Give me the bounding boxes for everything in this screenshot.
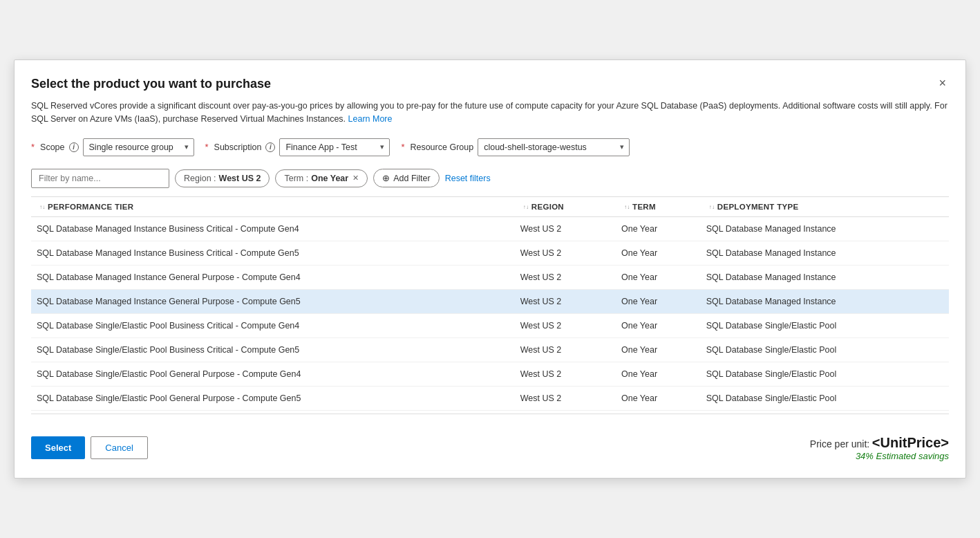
cell-region-3: West US 2	[515, 289, 616, 313]
sort-icon-performance-tier: ↑↓	[39, 205, 46, 210]
cell-region-4: West US 2	[515, 313, 616, 337]
cell-deployment_type-7: SQL Database Single/Elastic Pool	[701, 386, 949, 410]
footer-row: Select Cancel Price per unit: <UnitPrice…	[31, 427, 949, 461]
close-button[interactable]: ×	[936, 77, 949, 89]
table-row[interactable]: SQL Database Single/Elastic Pool Busines…	[31, 313, 949, 337]
cell-region-2: West US 2	[515, 265, 616, 289]
term-filter-value: One Year	[311, 174, 348, 183]
cell-term-5: One Year	[616, 337, 701, 362]
modal-title: Select the product you want to purchase	[31, 77, 271, 91]
footer-buttons: Select Cancel	[31, 436, 148, 459]
column-header-performance-tier[interactable]: ↑↓ PERFORMANCE TIER	[31, 196, 515, 216]
table-row[interactable]: SQL Database Single/Elastic Pool General…	[31, 362, 949, 386]
subscription-dropdown-wrapper[interactable]: Finance App - Test	[279, 138, 390, 156]
cell-region-7: West US 2	[515, 386, 616, 410]
cell-term-0: One Year	[616, 216, 701, 241]
cell-deployment_type-5: SQL Database Single/Elastic Pool	[701, 337, 949, 362]
cell-term-3: One Year	[616, 289, 701, 313]
subscription-info-icon[interactable]: i	[265, 142, 275, 152]
cell-deployment_type-0: SQL Database Managed Instance	[701, 216, 949, 241]
filter-row: Region : West US 2 Term : One Year ✕ ⊕ A…	[31, 169, 949, 188]
cell-performance_tier-3: SQL Database Managed Instance General Pu…	[31, 289, 515, 313]
region-filter-chip[interactable]: Region : West US 2	[175, 169, 270, 187]
term-filter-close-icon[interactable]: ✕	[352, 174, 359, 183]
resource-group-dropdown[interactable]: cloud-shell-storage-westus	[478, 138, 630, 156]
price-info: Price per unit: <UnitPrice> 34% Estimate…	[810, 435, 949, 461]
cell-deployment_type-1: SQL Database Managed Instance	[701, 241, 949, 265]
learn-more-link[interactable]: Learn More	[348, 114, 393, 124]
cell-deployment_type-3: SQL Database Managed Instance	[701, 289, 949, 313]
scope-label: Scope	[40, 142, 64, 152]
table-row[interactable]: SQL Database Managed Instance General Pu…	[31, 289, 949, 313]
footer-divider	[31, 414, 949, 414]
cell-region-1: West US 2	[515, 241, 616, 265]
resource-group-field: * Resource Group cloud-shell-storage-wes…	[401, 138, 630, 156]
select-button[interactable]: Select	[31, 436, 85, 459]
term-filter-label: Term :	[284, 174, 308, 183]
purchase-modal: Select the product you want to purchase …	[14, 59, 966, 479]
table-row[interactable]: SQL Database Single/Elastic Pool Busines…	[31, 337, 949, 362]
sort-icon-deployment-type: ↑↓	[709, 205, 715, 210]
cell-term-2: One Year	[616, 265, 701, 289]
savings-text: 34% Estimated savings	[856, 451, 949, 461]
table-row[interactable]: SQL Database Managed Instance Business C…	[31, 216, 949, 241]
cell-region-5: West US 2	[515, 337, 616, 362]
region-filter-label: Region :	[184, 174, 216, 183]
scope-dropdown-wrapper[interactable]: Single resource group	[83, 138, 194, 156]
resource-group-required-star: *	[401, 142, 404, 152]
cell-deployment_type-4: SQL Database Single/Elastic Pool	[701, 313, 949, 337]
modal-description: SQL Reserved vCores provide a significan…	[31, 100, 949, 126]
sort-icon-region: ↑↓	[523, 205, 529, 210]
cell-performance_tier-6: SQL Database Single/Elastic Pool General…	[31, 362, 515, 386]
subscription-label: Subscription	[214, 142, 262, 152]
table-row[interactable]: SQL Database Single/Elastic Pool General…	[31, 386, 949, 410]
table-row[interactable]: SQL Database Managed Instance General Pu…	[31, 265, 949, 289]
add-filter-icon: ⊕	[382, 173, 390, 183]
column-header-deployment-type[interactable]: ↑↓ DEPLOYMENT TYPE	[701, 196, 949, 216]
sort-icon-term: ↑↓	[624, 205, 630, 210]
cell-term-4: One Year	[616, 313, 701, 337]
cell-region-0: West US 2	[515, 216, 616, 241]
modal-header: Select the product you want to purchase …	[31, 77, 949, 91]
filter-by-name-input[interactable]	[31, 169, 169, 188]
cell-deployment_type-6: SQL Database Single/Elastic Pool	[701, 362, 949, 386]
cancel-button[interactable]: Cancel	[91, 436, 147, 459]
cell-performance_tier-5: SQL Database Single/Elastic Pool Busines…	[31, 337, 515, 362]
resource-group-label: Resource Group	[410, 142, 473, 152]
table-body: SQL Database Managed Instance Business C…	[31, 216, 949, 410]
column-header-region[interactable]: ↑↓ REGION	[515, 196, 616, 216]
cell-region-6: West US 2	[515, 362, 616, 386]
region-filter-value: West US 2	[219, 174, 261, 183]
scope-info-icon[interactable]: i	[69, 142, 79, 152]
reset-filters-button[interactable]: Reset filters	[445, 174, 491, 183]
scope-field: * Scope i Single resource group	[31, 138, 194, 156]
add-filter-label: Add Filter	[393, 174, 431, 183]
cell-performance_tier-7: SQL Database Single/Elastic Pool General…	[31, 386, 515, 410]
products-table: ↑↓ PERFORMANCE TIER ↑↓ REGION ↑↓ TERM ↑↓…	[31, 196, 949, 411]
cell-term-6: One Year	[616, 362, 701, 386]
subscription-dropdown[interactable]: Finance App - Test	[279, 138, 390, 156]
cell-performance_tier-1: SQL Database Managed Instance Business C…	[31, 241, 515, 265]
column-header-term[interactable]: ↑↓ TERM	[616, 196, 701, 216]
price-label: Price per unit:	[810, 438, 869, 449]
cell-term-7: One Year	[616, 386, 701, 410]
cell-deployment_type-2: SQL Database Managed Instance	[701, 265, 949, 289]
add-filter-button[interactable]: ⊕ Add Filter	[373, 169, 440, 187]
subscription-required-star: *	[205, 142, 209, 152]
cell-performance_tier-2: SQL Database Managed Instance General Pu…	[31, 265, 515, 289]
table-row[interactable]: SQL Database Managed Instance Business C…	[31, 241, 949, 265]
scope-required-star: *	[31, 142, 35, 152]
term-filter-chip[interactable]: Term : One Year ✕	[275, 169, 368, 187]
resource-group-dropdown-wrapper[interactable]: cloud-shell-storage-westus	[478, 138, 630, 156]
form-row: * Scope i Single resource group * Subscr…	[31, 138, 949, 156]
subscription-field: * Subscription i Finance App - Test	[205, 138, 390, 156]
table-header-row: ↑↓ PERFORMANCE TIER ↑↓ REGION ↑↓ TERM ↑↓…	[31, 196, 949, 216]
price-value: <UnitPrice>	[872, 435, 949, 450]
scope-dropdown[interactable]: Single resource group	[83, 138, 194, 156]
cell-term-1: One Year	[616, 241, 701, 265]
cell-performance_tier-0: SQL Database Managed Instance Business C…	[31, 216, 515, 241]
cell-performance_tier-4: SQL Database Single/Elastic Pool Busines…	[31, 313, 515, 337]
